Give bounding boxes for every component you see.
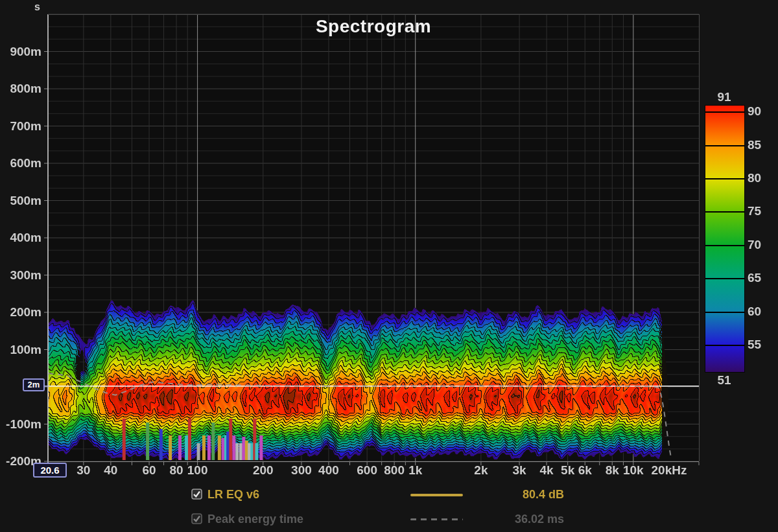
color-scale-tick-label: 70	[748, 238, 777, 252]
legend-value-peak-energy: 36.02 ms	[493, 513, 564, 526]
color-scale-tick-label: 55	[748, 338, 777, 352]
color-scale-min: 51	[705, 373, 744, 387]
color-scale-tickline	[705, 312, 744, 313]
color-scale-tickline	[705, 145, 744, 146]
color-scale-tickline	[705, 278, 744, 279]
x-axis-label: 100	[169, 463, 227, 478]
color-scale-tickline	[705, 111, 744, 113]
y-axis-label: 700m	[0, 119, 41, 133]
x-axis-line	[48, 461, 699, 462]
y-axis-label: 900m	[0, 45, 41, 59]
color-scale-tick-label: 80	[748, 171, 777, 185]
spectrogram-app: Spectrogram s 900m800m700m600m500m400m30…	[0, 0, 778, 532]
color-scale-tick-label: 60	[748, 305, 777, 319]
color-scale-tickline	[705, 178, 744, 179]
color-scale-tick-label: 65	[748, 271, 777, 285]
y-axis-label: 400m	[0, 231, 41, 245]
color-scale-tickline	[705, 245, 744, 246]
color-scale-tick-label: 90	[748, 104, 777, 119]
legend-label-peak-energy: Peak energy time	[207, 513, 303, 526]
legend-checkbox-lr-eq[interactable]	[191, 489, 202, 500]
color-scale-bar	[705, 105, 745, 373]
freq-cursor-readout: 20.6	[33, 463, 67, 478]
legend-label-lr-eq: LR EQ v6	[207, 488, 259, 502]
color-scale-max: 91	[705, 90, 744, 104]
y-axis-line	[47, 14, 49, 461]
y-axis-label: 100m	[0, 343, 41, 357]
color-scale-tickline	[705, 345, 744, 346]
y-axis-label: -100m	[0, 417, 41, 432]
time-cursor-readout: 2m	[23, 378, 45, 391]
legend-checkbox-peak-energy[interactable]	[191, 513, 202, 524]
plot-frame-top	[48, 14, 699, 15]
x-axis-label: 20kHz	[640, 463, 698, 478]
color-scale-tick-label: 75	[748, 204, 777, 218]
page-title: Spectrogram	[48, 16, 699, 37]
y-axis-label: 800m	[0, 82, 41, 96]
y-axis-label: 600m	[0, 156, 41, 170]
y-axis-label: 200m	[0, 305, 41, 319]
legend-swatch-solid-line	[410, 494, 463, 496]
legend-swatch-dashed-line	[410, 518, 463, 520]
legend-value-lr-eq: 80.4 dB	[493, 488, 564, 502]
plot-frame-right	[699, 14, 700, 461]
x-axis-label: 1k	[386, 463, 445, 478]
legend-row-peak-energy: Peak energy time 36.02 ms	[191, 513, 580, 526]
y-axis-unit: s	[23, 1, 40, 13]
y-axis-label: 300m	[0, 268, 41, 283]
color-scale-tickline	[705, 211, 744, 213]
color-scale-tick-label: 85	[748, 138, 777, 152]
spectrogram-canvas[interactable]	[48, 14, 699, 461]
y-axis-label: 500m	[0, 194, 41, 208]
legend-row-lr-eq: LR EQ v6 80.4 dB	[191, 488, 580, 501]
